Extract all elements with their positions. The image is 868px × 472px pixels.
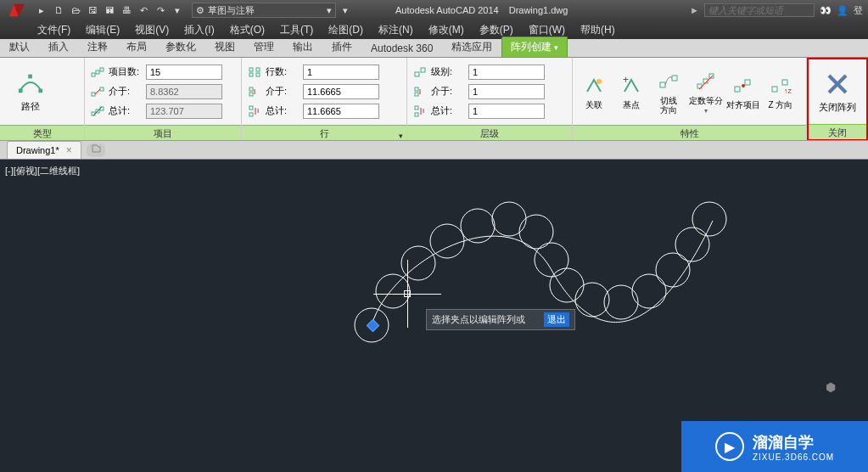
ribbon-tab[interactable]: 阵列创建 ▾ bbox=[501, 37, 568, 57]
svg-rect-35 bbox=[660, 82, 665, 87]
path-button[interactable]: 路径 bbox=[5, 63, 56, 121]
quick-access-toolbar: ▸ 🗋 🗁 🖫 🖬 🖶 ↶ ↷ ▾ bbox=[34, 3, 185, 18]
dynamic-tooltip: 选择夹点以编辑阵列或 退出 bbox=[426, 309, 575, 330]
workspace-label: 草图与注释 bbox=[208, 4, 255, 17]
prop-button[interactable]: ↑zZ 方向 bbox=[763, 63, 798, 121]
svg-rect-2 bbox=[38, 89, 42, 93]
new-file-icon[interactable]: 🗋 bbox=[51, 3, 66, 18]
field-icon bbox=[90, 104, 105, 119]
field-icon: I bbox=[412, 104, 428, 119]
workspace-more-icon[interactable]: ▾ bbox=[338, 3, 353, 18]
svg-rect-16 bbox=[256, 73, 260, 76]
field-input[interactable] bbox=[146, 65, 222, 80]
svg-point-55 bbox=[519, 215, 553, 249]
panel-type: 路径 类型 bbox=[0, 58, 85, 140]
watermark: ▶ 溜溜自学 ZIXUE.3D66.COM bbox=[681, 421, 868, 472]
svg-point-61 bbox=[656, 253, 690, 287]
panel-props: 关联+基点切线方向定数等分 ▾对齐项目 ↑zZ 方向 特性 bbox=[573, 58, 807, 140]
bino-icon[interactable]: 👀 bbox=[820, 5, 832, 16]
canvas[interactable]: [-][俯视][二维线框] 选择夹点以编辑阵列或 退出 ⬢ ▶ 溜溜自学 ZIX… bbox=[0, 160, 868, 472]
panel-close-title: 关闭 bbox=[809, 124, 866, 139]
search-play-icon[interactable]: ► bbox=[690, 5, 699, 15]
ribbon-tab[interactable]: 视图 bbox=[205, 37, 244, 57]
field-input[interactable] bbox=[303, 65, 379, 80]
ribbon-tab[interactable]: 输出 bbox=[283, 37, 322, 57]
close-array-button[interactable]: 关闭阵列 bbox=[814, 63, 861, 121]
gear-icon: ⚙ bbox=[196, 5, 204, 16]
login-label[interactable]: 登 bbox=[854, 4, 863, 17]
saveas-icon[interactable]: 🖬 bbox=[102, 3, 117, 18]
svg-rect-36 bbox=[672, 76, 677, 81]
ribbon-tab[interactable]: 布局 bbox=[117, 37, 156, 57]
menu-item[interactable]: 标注(N) bbox=[372, 21, 420, 39]
field-icon bbox=[247, 65, 262, 80]
svg-point-52 bbox=[430, 224, 464, 258]
watermark-title: 溜溜自学 bbox=[753, 432, 814, 452]
ribbon-tab[interactable]: 注释 bbox=[78, 37, 117, 57]
close-icon[interactable]: × bbox=[66, 144, 72, 156]
svg-text:I: I bbox=[423, 107, 424, 115]
ribbon-tab[interactable]: 插件 bbox=[322, 37, 361, 57]
svg-point-56 bbox=[535, 243, 568, 277]
search-input[interactable] bbox=[704, 3, 815, 17]
svg-rect-20 bbox=[249, 106, 253, 110]
panel-rows-title[interactable]: 行▾ bbox=[242, 125, 406, 140]
svg-rect-5 bbox=[100, 68, 104, 71]
field-icon bbox=[412, 84, 428, 99]
ribbon-tab[interactable]: Autodesk 360 bbox=[361, 39, 442, 57]
prop-label: Z 方向 bbox=[769, 100, 793, 110]
svg-rect-6 bbox=[92, 93, 95, 96]
svg-rect-24 bbox=[415, 72, 419, 76]
field-input[interactable] bbox=[303, 104, 379, 119]
undo-icon[interactable]: ↶ bbox=[136, 3, 151, 18]
tooltip-exit[interactable]: 退出 bbox=[544, 312, 569, 327]
tooltip-text: 选择夹点以编辑阵列或 bbox=[432, 313, 525, 326]
viewcube-icon[interactable]: ⬢ bbox=[826, 380, 836, 394]
field-icon: I bbox=[247, 104, 262, 119]
ribbon-tab[interactable]: 插入 bbox=[39, 37, 78, 57]
qat-more-icon[interactable]: ▾ bbox=[170, 3, 185, 18]
svg-rect-29 bbox=[415, 106, 418, 110]
svg-rect-45 bbox=[782, 80, 787, 85]
ribbon-tab[interactable]: 管理 bbox=[244, 37, 283, 57]
prop-icon bbox=[656, 69, 681, 94]
title-bar: ▸ 🗋 🗁 🖫 🖬 🖶 ↶ ↷ ▾ ⚙ 草图与注释 ▾ ▾ Autodesk A… bbox=[0, 0, 868, 20]
prop-button[interactable]: +基点 bbox=[613, 63, 649, 121]
field-label: 级别: bbox=[431, 65, 465, 78]
ribbon-tab[interactable]: 参数化 bbox=[156, 37, 205, 57]
prop-button[interactable]: 关联 bbox=[576, 63, 612, 121]
prop-label: 定数等分 bbox=[689, 96, 723, 105]
document-tab[interactable]: Drawing1* × bbox=[7, 141, 81, 159]
svg-rect-15 bbox=[256, 68, 260, 71]
prop-button[interactable]: 切线方向 bbox=[651, 63, 686, 121]
menu-item[interactable]: 帮助(H) bbox=[574, 21, 622, 39]
ribbon-tab[interactable]: 精选应用 bbox=[442, 37, 501, 57]
field-input[interactable] bbox=[468, 104, 545, 119]
panel-levels-title: 层级 bbox=[407, 125, 572, 140]
field-input[interactable] bbox=[468, 65, 545, 80]
field-input[interactable] bbox=[468, 84, 545, 99]
path-icon bbox=[17, 70, 44, 97]
ribbon-tab[interactable]: 默认 bbox=[0, 37, 39, 57]
save-icon[interactable]: 🖫 bbox=[85, 3, 100, 18]
prop-button[interactable]: 定数等分 ▾ bbox=[688, 63, 724, 121]
user-icon[interactable]: 👤 bbox=[837, 5, 848, 16]
new-icon[interactable]: ▸ bbox=[34, 3, 49, 18]
field-icon bbox=[412, 65, 428, 80]
workspace-dropdown[interactable]: ⚙ 草图与注释 ▾ bbox=[192, 3, 336, 18]
ribbon-tabs: 默认插入注释布局参数化视图管理输出插件Autodesk 360精选应用阵列创建 … bbox=[0, 39, 868, 58]
field-icon bbox=[90, 84, 105, 99]
redo-icon[interactable]: ↷ bbox=[153, 3, 168, 18]
prop-button[interactable]: 对齐项目 bbox=[725, 63, 761, 121]
panel-props-title: 特性 bbox=[573, 125, 806, 140]
plot-icon[interactable]: 🖶 bbox=[119, 3, 134, 18]
prop-icon: + bbox=[619, 73, 644, 98]
svg-point-54 bbox=[492, 202, 526, 236]
svg-point-51 bbox=[401, 246, 435, 280]
new-tab-button[interactable] bbox=[87, 143, 105, 157]
app-logo[interactable] bbox=[5, 2, 29, 19]
open-icon[interactable]: 🗁 bbox=[68, 3, 83, 18]
field-input[interactable] bbox=[303, 84, 379, 99]
svg-text:↑z: ↑z bbox=[784, 87, 792, 95]
chevron-down-icon: ▾ bbox=[327, 5, 332, 16]
